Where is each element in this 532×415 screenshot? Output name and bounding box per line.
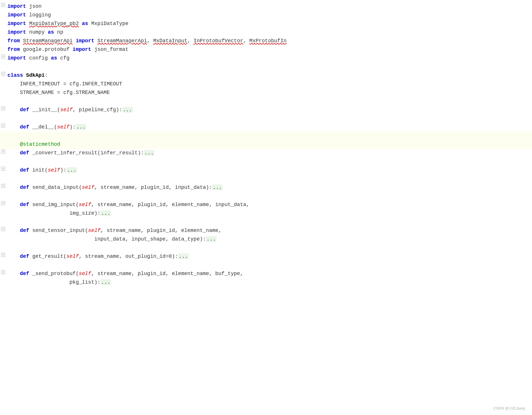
- token-kw-from: from: [7, 38, 20, 44]
- code-line: import MxpiDataType_pb2 as MxpiDataType: [0, 20, 532, 28]
- fold-gutter[interactable]: −: [0, 71, 6, 76]
- fold-gutter[interactable]: −: [0, 252, 6, 257]
- token-normal: [7, 124, 20, 130]
- token-kw-def: def: [20, 150, 29, 156]
- fold-minus-icon[interactable]: −: [1, 72, 5, 76]
- fold-minus-icon[interactable]: −: [1, 149, 5, 153]
- token-normal: ,: [187, 38, 194, 44]
- token-normal: , stream_name, plugin_id, element_name,: [100, 228, 221, 233]
- fold-gutter: [0, 20, 6, 20]
- code-text: def init(self):...: [6, 166, 527, 174]
- code-line: [0, 132, 532, 140]
- fold-gutter[interactable]: −: [0, 54, 6, 59]
- token-normal: [79, 21, 82, 26]
- token-kw-def: def: [20, 253, 29, 259]
- fold-gutter[interactable]: −: [0, 149, 6, 153]
- token-kw-as: as: [82, 21, 88, 26]
- code-line: [0, 97, 532, 106]
- code-text: [6, 175, 527, 183]
- token-kw-def: def: [20, 107, 29, 113]
- code-line: −class SdkApi:: [0, 71, 532, 80]
- code-text: [6, 132, 527, 140]
- code-line: INFER_TIMEOUT = cfg.INFER_TIMEOUT: [0, 80, 532, 89]
- fold-gutter[interactable]: −: [0, 2, 6, 7]
- code-text: import logging: [6, 11, 527, 19]
- token-kw-def: def: [20, 228, 29, 233]
- token-kw-import: import: [7, 29, 26, 35]
- token-kw-import: import: [7, 3, 26, 9]
- code-line: import logging: [0, 11, 532, 20]
- token-dotdotdot: ...: [100, 210, 111, 216]
- fold-gutter[interactable]: −: [0, 183, 6, 188]
- fold-gutter: [0, 235, 6, 236]
- token-normal: __del__(: [29, 124, 57, 130]
- code-line: pkg_list):...: [0, 278, 532, 287]
- token-normal: [7, 253, 20, 259]
- token-normal: send_data_input(: [29, 185, 82, 190]
- token-normal: input_data, input_shape, data_type):: [7, 236, 206, 242]
- fold-minus-icon[interactable]: −: [1, 253, 5, 257]
- fold-minus-icon[interactable]: −: [1, 270, 5, 274]
- token-dotdotdot: ...: [144, 150, 154, 156]
- token-normal: json_format: [91, 47, 129, 52]
- fold-gutter[interactable]: −: [0, 226, 6, 231]
- code-text: def __init__(self, pipeline_cfg):...: [6, 106, 527, 114]
- fold-minus-icon[interactable]: −: [1, 55, 5, 59]
- token-normal: [20, 38, 23, 44]
- token-normal: , stream_name, plugin_id, input_data):: [94, 185, 212, 190]
- token-normal: [26, 21, 29, 26]
- token-normal: np: [54, 29, 63, 35]
- code-line: [0, 244, 532, 252]
- fold-minus-icon[interactable]: −: [1, 167, 5, 171]
- token-normal: json: [26, 3, 42, 9]
- code-line: − def send_img_input(self, stream_name, …: [0, 201, 532, 209]
- fold-minus-icon[interactable]: −: [1, 106, 5, 110]
- fold-gutter[interactable]: −: [0, 123, 6, 128]
- token-module-underline: MxpiDataType_pb2: [29, 21, 79, 26]
- token-normal: , stream_name, out_plugin_id=0):: [79, 253, 178, 259]
- fold-gutter: [0, 37, 6, 37]
- token-normal: , pipeline_cfg):: [73, 107, 122, 113]
- code-line: − def __init__(self, pipeline_cfg):...: [0, 106, 532, 114]
- fold-gutter[interactable]: −: [0, 166, 6, 171]
- code-line: −import json: [0, 2, 532, 11]
- fold-gutter[interactable]: −: [0, 201, 6, 205]
- token-normal: [7, 185, 20, 190]
- fold-gutter: [0, 244, 6, 244]
- token-normal: [94, 38, 97, 44]
- code-line: − def init(self):...: [0, 166, 532, 175]
- token-param: self: [79, 271, 91, 276]
- token-normal: [23, 72, 26, 78]
- code-line: [0, 175, 532, 183]
- code-text: class SdkApi:: [6, 71, 527, 80]
- token-param: self: [57, 124, 69, 130]
- token-normal: [7, 150, 20, 156]
- fold-minus-icon[interactable]: −: [1, 184, 5, 188]
- fold-gutter: [0, 89, 6, 89]
- code-text: [6, 114, 527, 123]
- token-normal: __init__(: [29, 107, 60, 113]
- token-normal: , stream_name, plugin_id, element_name, …: [91, 202, 249, 207]
- fold-minus-icon[interactable]: −: [1, 124, 5, 128]
- code-line: @staticmethod: [0, 140, 532, 149]
- token-normal: _convert_infer_result(infer_result):: [29, 150, 144, 156]
- fold-gutter[interactable]: −: [0, 106, 6, 110]
- token-normal: ):: [69, 124, 76, 130]
- token-normal: cfg: [57, 55, 69, 61]
- code-line: [0, 114, 532, 123]
- fold-minus-icon[interactable]: −: [1, 227, 5, 231]
- fold-minus-icon[interactable]: −: [1, 3, 5, 7]
- token-param: self: [48, 167, 60, 173]
- fold-minus-icon[interactable]: −: [1, 201, 5, 205]
- token-param: self: [60, 107, 73, 113]
- fold-gutter[interactable]: −: [0, 270, 6, 274]
- code-line: import numpy as np: [0, 28, 532, 37]
- fold-gutter: [0, 209, 6, 210]
- code-text: def _convert_infer_result(infer_result):…: [6, 149, 527, 157]
- code-text: img_size):...: [6, 209, 527, 218]
- code-line: [0, 218, 532, 226]
- code-text: [6, 192, 527, 200]
- token-dotdotdot: ...: [206, 236, 216, 242]
- token-kw-as: as: [51, 55, 57, 61]
- token-decorator: @staticmethod: [7, 141, 60, 147]
